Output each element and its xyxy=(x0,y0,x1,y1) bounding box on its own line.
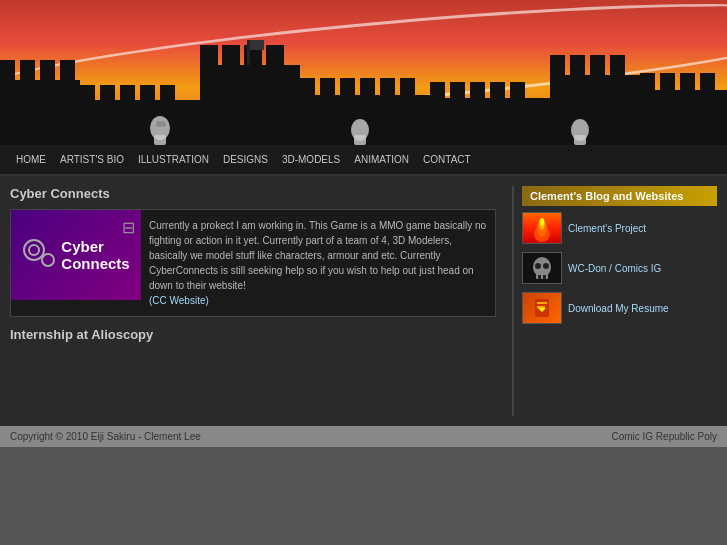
svg-rect-13 xyxy=(222,45,240,70)
svg-rect-64 xyxy=(537,306,545,308)
cc-website-link[interactable]: (CC Website) xyxy=(149,295,209,306)
svg-rect-20 xyxy=(320,78,335,100)
svg-rect-1 xyxy=(0,60,15,85)
fire-icon xyxy=(527,214,557,242)
skull-icon xyxy=(527,254,557,282)
nav-contact[interactable]: CONTACT xyxy=(417,151,477,168)
cyber-connects-logo: Cyber Connects ⊟ xyxy=(11,210,141,300)
cyber-connects-title: Cyber Connects xyxy=(10,186,496,201)
svg-rect-24 xyxy=(400,78,415,100)
svg-rect-42 xyxy=(154,135,166,145)
blog-item-resume[interactable]: Download My Resume xyxy=(522,292,717,324)
svg-rect-9 xyxy=(140,85,155,105)
svg-rect-39 xyxy=(680,73,695,95)
footer-copyright: Copyright © 2010 Eiji Sakiru - Clement L… xyxy=(10,431,201,442)
clements-project-link[interactable]: Clement's Project xyxy=(568,223,646,234)
svg-rect-5 xyxy=(80,100,200,145)
svg-point-44 xyxy=(160,121,166,127)
footer-right-text: Comic IG Republic Poly xyxy=(611,431,717,442)
cyber-icon xyxy=(22,238,57,273)
internship-title: Internship at Alioscopy xyxy=(10,327,496,342)
cyber-logo-line2: Connects xyxy=(61,255,129,272)
svg-rect-57 xyxy=(536,273,548,279)
blog-item-wc-don[interactable]: WC-Don / Comics IG xyxy=(522,252,717,284)
svg-rect-63 xyxy=(537,302,547,304)
svg-point-55 xyxy=(540,218,544,226)
svg-rect-30 xyxy=(510,82,525,102)
svg-rect-31 xyxy=(550,75,640,145)
svg-point-51 xyxy=(42,254,54,266)
svg-point-59 xyxy=(543,263,549,269)
svg-rect-46 xyxy=(354,135,366,145)
svg-rect-4 xyxy=(60,60,75,85)
svg-rect-8 xyxy=(120,85,135,105)
svg-rect-23 xyxy=(380,78,395,100)
svg-point-50 xyxy=(29,245,39,255)
svg-rect-17 xyxy=(250,40,264,50)
svg-rect-3 xyxy=(40,60,55,85)
svg-rect-40 xyxy=(700,73,715,95)
svg-rect-26 xyxy=(430,82,445,102)
blog-title: Clement's Blog and Websites xyxy=(522,186,717,206)
svg-rect-15 xyxy=(266,45,284,70)
svg-rect-7 xyxy=(100,85,115,105)
castle-silhouette xyxy=(0,40,727,145)
footer: Copyright © 2010 Eiji Sakiru - Clement L… xyxy=(0,426,727,447)
svg-rect-22 xyxy=(360,78,375,100)
svg-rect-16 xyxy=(247,40,250,65)
cyber-logo-badge: ⊟ xyxy=(122,218,135,237)
svg-rect-61 xyxy=(543,275,546,279)
nav-illustration[interactable]: ILLUSTRATION xyxy=(132,151,215,168)
navigation: HOME ARTIST'S BIO ILLUSTRATION DESIGNS 3… xyxy=(0,145,727,176)
cyber-connects-description: Currently a prokect I am working in. Thi… xyxy=(141,210,495,316)
left-panel: Cyber Connects Cyber Connects ⊟ xyxy=(10,186,504,416)
nav-home[interactable]: HOME xyxy=(10,151,52,168)
blog-item-clements-project[interactable]: Clement's Project xyxy=(522,212,717,244)
nav-artists-bio[interactable]: ARTIST'S BIO xyxy=(54,151,130,168)
nav-3d-models[interactable]: 3D-MODELS xyxy=(276,151,346,168)
svg-rect-32 xyxy=(550,55,565,80)
svg-rect-2 xyxy=(20,60,35,85)
nav-animation[interactable]: ANIMATION xyxy=(348,151,415,168)
main-content: Cyber Connects Cyber Connects ⊟ xyxy=(0,176,727,426)
hero-banner xyxy=(0,0,727,145)
svg-rect-10 xyxy=(160,85,175,105)
download-icon-thumb xyxy=(527,294,557,322)
clements-project-thumb xyxy=(522,212,562,244)
svg-point-58 xyxy=(535,263,541,269)
right-panel: Clement's Blog and Websites Clement's Pr… xyxy=(522,186,717,416)
svg-rect-0 xyxy=(0,80,80,145)
svg-rect-12 xyxy=(200,45,218,70)
svg-rect-33 xyxy=(570,55,585,80)
wc-don-link[interactable]: WC-Don / Comics IG xyxy=(568,263,661,274)
resume-link[interactable]: Download My Resume xyxy=(568,303,669,314)
svg-rect-48 xyxy=(574,135,586,145)
resume-thumb xyxy=(522,292,562,324)
cyber-connects-card: Cyber Connects ⊟ Currently a prokect I a… xyxy=(10,209,496,317)
wc-don-thumb xyxy=(522,252,562,284)
svg-rect-19 xyxy=(300,78,315,100)
svg-rect-21 xyxy=(340,78,355,100)
svg-point-49 xyxy=(24,240,44,260)
svg-rect-27 xyxy=(450,82,465,102)
svg-rect-38 xyxy=(660,73,675,95)
svg-rect-25 xyxy=(430,98,550,145)
cyber-logo-line1: Cyber xyxy=(61,238,129,255)
svg-rect-11 xyxy=(200,65,300,145)
nav-designs[interactable]: DESIGNS xyxy=(217,151,274,168)
svg-rect-35 xyxy=(610,55,625,80)
svg-rect-34 xyxy=(590,55,605,80)
svg-rect-60 xyxy=(538,275,541,279)
svg-rect-28 xyxy=(470,82,485,102)
svg-rect-37 xyxy=(640,73,655,95)
svg-rect-6 xyxy=(80,85,95,105)
svg-rect-36 xyxy=(640,90,727,145)
vertical-divider xyxy=(512,186,514,416)
svg-rect-29 xyxy=(490,82,505,102)
